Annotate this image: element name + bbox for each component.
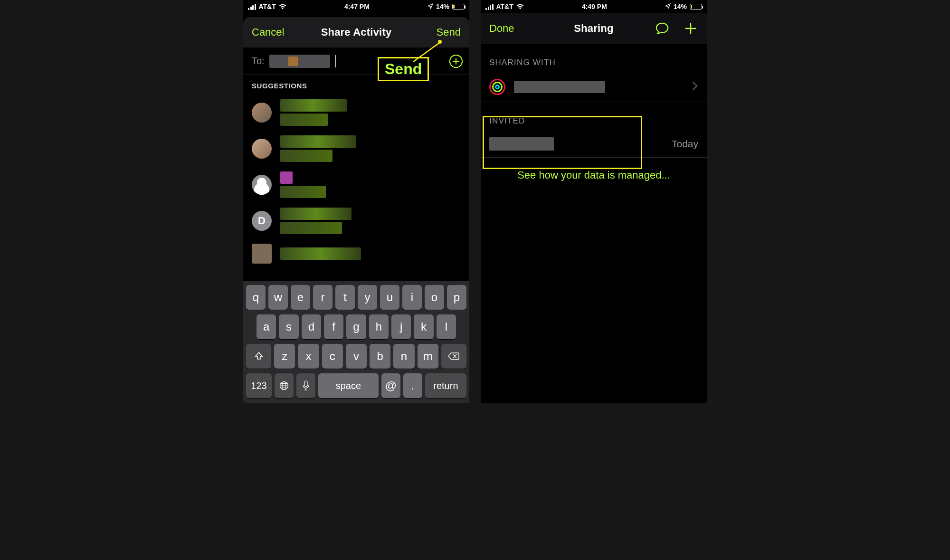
key-z[interactable]: z — [274, 344, 295, 369]
keyboard-row-1: q w e r t y u i o p — [246, 285, 466, 310]
key-space[interactable]: space — [318, 373, 379, 398]
wifi-icon — [279, 3, 286, 11]
message-icon[interactable] — [655, 21, 670, 36]
key-q[interactable]: q — [246, 285, 266, 310]
key-l[interactable]: l — [437, 314, 456, 339]
add-contact-button[interactable] — [449, 55, 463, 68]
key-h[interactable]: h — [369, 314, 389, 339]
battery-icon — [452, 4, 465, 9]
suggestion-row[interactable] — [243, 95, 469, 131]
contact-name-redacted — [514, 81, 605, 93]
keyboard-row-4: 123 space @ . return — [246, 373, 466, 398]
to-row: To: — [243, 47, 469, 75]
signal-icon — [485, 4, 494, 10]
key-j[interactable]: j — [391, 314, 411, 339]
annotation-highlight — [483, 116, 642, 169]
suggestions-header: SUGGESTIONS — [243, 75, 469, 95]
key-p[interactable]: p — [447, 285, 466, 310]
status-time: 4:49 PM — [582, 3, 607, 10]
avatar-generic-icon — [252, 175, 272, 195]
activity-rings-icon — [489, 79, 505, 95]
recipient-chip[interactable] — [269, 55, 330, 68]
key-u[interactable]: u — [380, 285, 399, 310]
key-y[interactable]: y — [358, 285, 377, 310]
key-backspace[interactable] — [441, 344, 466, 369]
signal-icon — [248, 4, 256, 10]
svg-rect-3 — [304, 381, 307, 387]
cancel-button[interactable]: Cancel — [252, 26, 284, 38]
key-dot[interactable]: . — [403, 373, 422, 398]
done-button[interactable]: Done — [489, 22, 514, 35]
key-f[interactable]: f — [324, 314, 343, 339]
send-button[interactable]: Send — [437, 26, 461, 38]
keyboard: q w e r t y u i o p a s d f g h j k l z … — [243, 281, 469, 403]
key-globe[interactable] — [275, 373, 294, 398]
suggestion-row[interactable] — [243, 131, 469, 167]
key-return[interactable]: return — [425, 373, 466, 398]
keyboard-row-3: z x c v b n m — [246, 344, 466, 369]
wifi-icon — [516, 3, 524, 11]
key-g[interactable]: g — [346, 314, 366, 339]
status-bar: AT&T 4:47 PM 14% — [243, 0, 469, 13]
sharing-with-header: SHARING WITH — [481, 44, 707, 72]
key-i[interactable]: i — [402, 285, 422, 310]
add-icon[interactable] — [683, 21, 698, 36]
to-label: To: — [252, 56, 265, 66]
key-v[interactable]: v — [346, 344, 367, 369]
key-t[interactable]: t — [335, 285, 355, 310]
key-e[interactable]: e — [291, 285, 310, 310]
key-d[interactable]: d — [302, 314, 321, 339]
battery-percent: 14% — [674, 3, 687, 10]
phone-sharing: AT&T 4:49 PM 14% Done Sharing SHARING WI… — [481, 0, 707, 403]
annotation-dot — [438, 40, 442, 44]
chevron-right-icon — [692, 79, 698, 95]
key-123[interactable]: 123 — [246, 373, 272, 398]
key-r[interactable]: r — [313, 285, 332, 310]
key-w[interactable]: w — [268, 285, 288, 310]
key-a[interactable]: a — [256, 314, 276, 339]
avatar-icon — [252, 103, 272, 123]
key-c[interactable]: c — [322, 344, 343, 369]
key-o[interactable]: o — [425, 285, 444, 310]
keyboard-row-2: a s d f g h j k l — [246, 314, 466, 339]
suggestion-row[interactable] — [243, 167, 469, 203]
suggestion-row[interactable]: D — [243, 203, 469, 239]
carrier-label: AT&T — [259, 3, 276, 10]
sharing-with-row[interactable] — [481, 72, 707, 102]
avatar-icon — [252, 244, 272, 264]
key-s[interactable]: s — [279, 314, 298, 339]
suggestion-row[interactable] — [243, 239, 469, 268]
location-icon — [665, 3, 671, 10]
key-k[interactable]: k — [414, 314, 433, 339]
key-mic[interactable] — [296, 373, 315, 398]
key-x[interactable]: x — [298, 344, 319, 369]
key-b[interactable]: b — [370, 344, 390, 369]
key-shift[interactable] — [246, 344, 271, 369]
phone-share-activity: AT&T 4:47 PM 14% Cancel Share Activity S… — [243, 0, 469, 403]
key-m[interactable]: m — [418, 344, 438, 369]
avatar-letter-icon: D — [252, 211, 272, 231]
status-time: 4:47 PM — [344, 3, 370, 10]
text-caret — [335, 55, 336, 67]
location-icon — [428, 3, 433, 10]
invited-time: Today — [672, 138, 698, 150]
nav-bar: Done Sharing — [481, 13, 707, 44]
nav-bar: Cancel Share Activity Send — [243, 17, 469, 47]
annotation-send-callout: Send — [378, 57, 429, 81]
status-bar: AT&T 4:49 PM 14% — [481, 0, 707, 13]
key-n[interactable]: n — [393, 344, 414, 369]
avatar-icon — [252, 139, 272, 159]
battery-percent: 14% — [436, 3, 449, 10]
battery-icon — [690, 4, 702, 9]
key-at[interactable]: @ — [381, 373, 400, 398]
carrier-label: AT&T — [496, 3, 513, 10]
